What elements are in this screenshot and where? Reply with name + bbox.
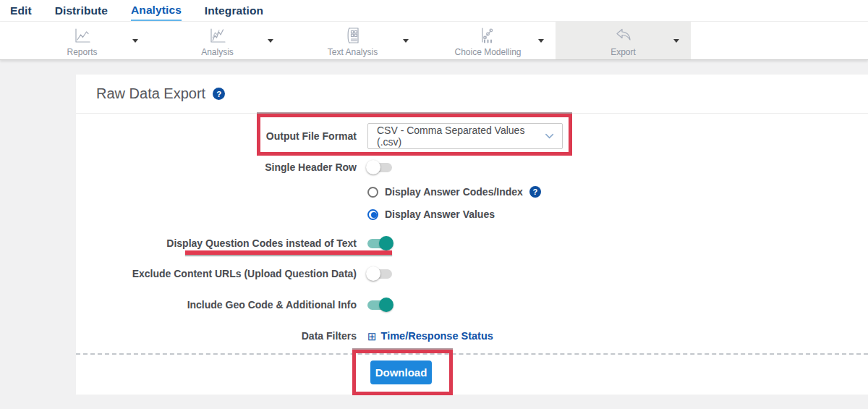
exclude-urls-toggle[interactable]: [367, 269, 392, 279]
export-arrow-icon: [613, 26, 633, 46]
multi-line-chart-icon: [208, 26, 227, 46]
top-nav: Edit Distribute Analytics Integration: [0, 0, 868, 22]
line-chart-icon: [72, 26, 92, 46]
toolbar-item-choice-modelling[interactable]: Choice Modelling: [420, 22, 556, 59]
toolbar-item-text-analysis[interactable]: Text Analysis: [285, 22, 420, 59]
question-codes-label: Display Question Codes instead of Text: [76, 237, 357, 249]
exclude-urls-label: Exclude Content URLs (Upload Question Da…: [76, 268, 357, 279]
include-geo-toggle[interactable]: [367, 300, 392, 310]
include-geo-row: Include Geo Code & Additional Info: [76, 296, 868, 313]
chevron-down-icon[interactable]: [538, 39, 544, 43]
raw-data-export-panel: Raw Data Export ? Output File Format CSV…: [76, 75, 868, 395]
toolbar-item-reports[interactable]: Reports: [14, 22, 150, 59]
help-icon[interactable]: ?: [529, 186, 541, 198]
answer-values-label: Display Answer Values: [385, 208, 495, 220]
include-geo-label: Include Geo Code & Additional Info: [76, 299, 357, 311]
toolbar-item-label: Choice Modelling: [454, 47, 521, 57]
output-format-row: Output File Format CSV - Comma Separated…: [76, 121, 868, 151]
time-response-status-link[interactable]: ⊞ Time/Response Status: [367, 330, 493, 342]
data-filters-row: Data Filters ⊞ Time/Response Status: [76, 327, 868, 345]
page-title: Raw Data Export: [96, 85, 205, 102]
nav-item-integration[interactable]: Integration: [205, 1, 263, 20]
toolbar-item-export[interactable]: Export: [556, 22, 691, 59]
nav-item-edit[interactable]: Edit: [10, 1, 32, 20]
toolbar-item-label: Export: [610, 47, 636, 57]
chevron-down-icon[interactable]: [403, 39, 409, 43]
data-filters-label: Data Filters: [76, 330, 357, 342]
nav-item-analytics[interactable]: Analytics: [131, 1, 182, 21]
single-header-toggle[interactable]: [367, 163, 392, 172]
download-button[interactable]: Download: [370, 360, 432, 384]
toolbar-item-label: Text Analysis: [328, 47, 378, 57]
answer-codes-row: Display Answer Codes/Index ?: [76, 183, 868, 201]
single-header-label: Single Header Row: [76, 161, 357, 173]
toggle-knob: [379, 236, 393, 250]
question-codes-row: Display Question Codes instead of Text: [76, 235, 868, 252]
document-grid-icon: [343, 26, 362, 46]
chevron-down-icon[interactable]: [268, 39, 273, 43]
output-format-select[interactable]: CSV - Comma Separated Values (.csv): [367, 123, 563, 149]
output-format-label: Output File Format: [76, 130, 357, 142]
analytics-toolbar: Reports Analysis Text Analysis Choice Mo…: [0, 22, 868, 60]
chevron-down-icon[interactable]: [673, 39, 679, 43]
answer-values-row: Display Answer Values: [76, 206, 868, 223]
scatter-chart-icon: [478, 26, 498, 46]
toggle-knob: [366, 160, 380, 174]
answer-codes-label: Display Answer Codes/Index: [385, 186, 523, 198]
toolbar-item-label: Reports: [67, 47, 97, 57]
chevron-down-icon[interactable]: [132, 39, 138, 43]
filter-link-label: Time/Response Status: [381, 330, 493, 342]
toolbar-item-label: Analysis: [201, 47, 234, 57]
chevron-down-icon: [544, 130, 555, 142]
question-codes-toggle[interactable]: [367, 239, 392, 248]
exclude-urls-row: Exclude Content URLs (Upload Question Da…: [76, 265, 868, 282]
toggle-knob: [366, 266, 380, 281]
answer-codes-radio[interactable]: [367, 187, 378, 198]
single-header-row: Single Header Row: [76, 159, 868, 176]
toggle-knob: [379, 298, 393, 312]
answer-values-radio[interactable]: [367, 209, 378, 220]
output-format-value: CSV - Comma Separated Values (.csv): [377, 125, 544, 148]
toolbar-item-analysis[interactable]: Analysis: [150, 22, 285, 59]
panel-header: Raw Data Export ?: [76, 75, 868, 114]
plus-box-icon: ⊞: [367, 331, 377, 342]
help-icon[interactable]: ?: [213, 88, 225, 100]
dashed-divider: [76, 353, 868, 355]
nav-item-distribute[interactable]: Distribute: [55, 1, 108, 20]
